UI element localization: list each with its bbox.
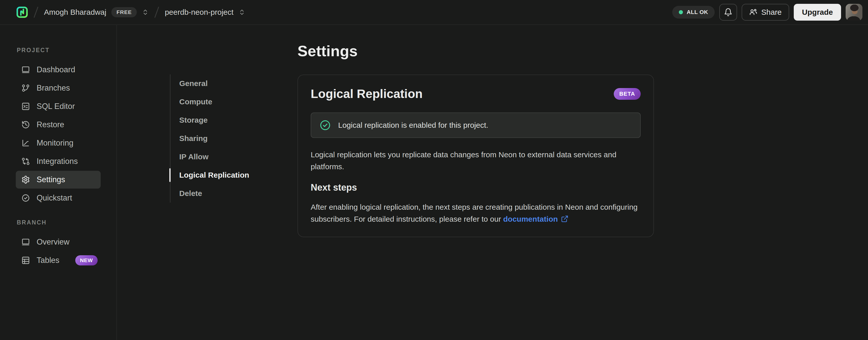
org-plan-badge: FREE [111, 7, 137, 17]
check-circle-icon [320, 120, 331, 131]
chevrons-up-down-icon [142, 8, 149, 16]
topbar-actions: ALL OK Share Upgrade [672, 4, 862, 21]
settings-nav-storage[interactable]: Storage [170, 111, 249, 129]
org-name: Amogh Bharadwaj [44, 8, 106, 17]
gear-icon [21, 175, 30, 184]
settings-nav-ip-allow[interactable]: IP Allow [170, 148, 249, 166]
documentation-link[interactable]: documentation [503, 215, 558, 223]
settings-nav-delete[interactable]: Delete [170, 184, 249, 203]
status-label: ALL OK [687, 9, 708, 16]
sidebar-item-branches[interactable]: Branches [16, 79, 101, 97]
org-selector[interactable]: Amogh Bharadwaj FREE [44, 7, 149, 17]
sidebar-item-monitoring[interactable]: Monitoring [16, 134, 101, 152]
sidebar-item-dashboard[interactable]: Dashboard [16, 61, 101, 79]
git-branch-icon [21, 84, 30, 92]
status-dot-icon [679, 10, 683, 14]
sidebar-item-tables[interactable]: Tables NEW [16, 251, 101, 269]
system-status-pill[interactable]: ALL OK [672, 6, 715, 19]
topbar: Amogh Bharadwaj FREE peerdb-neon-project… [0, 0, 868, 25]
settings-nav-compute[interactable]: Compute [170, 93, 249, 111]
terminal-icon [21, 102, 30, 111]
share-button[interactable]: Share [742, 4, 789, 21]
settings-subnav: General Compute Storage Sharing IP Allow… [170, 74, 249, 203]
window-icon [21, 238, 30, 246]
sidebar-section-branch-wrap: BRANCH Overview Tables NEW [0, 219, 117, 269]
sidebar-item-quickstart[interactable]: Quickstart [16, 189, 101, 207]
notifications-button[interactable] [719, 4, 737, 21]
sidebar-section-branch: BRANCH [17, 219, 117, 226]
chart-curve-icon [21, 139, 30, 147]
settings-nav-sharing[interactable]: Sharing [170, 129, 249, 148]
breadcrumb: Amogh Bharadwaj FREE peerdb-neon-project [16, 6, 245, 18]
external-link-icon [561, 215, 568, 223]
new-badge: NEW [75, 255, 98, 265]
page-title: Settings [298, 42, 654, 60]
users-icon [749, 8, 757, 16]
git-compare-icon [21, 157, 30, 166]
sidebar-item-integrations[interactable]: Integrations [16, 152, 101, 170]
sidebar-item-sql-editor[interactable]: SQL Editor [16, 97, 101, 115]
share-label: Share [761, 8, 781, 17]
sidebar-item-restore[interactable]: Restore [16, 116, 101, 134]
description-text: Logical replication lets you replicate d… [311, 149, 641, 173]
settings-nav-general[interactable]: General [170, 74, 249, 93]
card-title: Logical Replication [311, 87, 423, 101]
sidebar: PROJECT Dashboard Branches SQL Editor [0, 25, 117, 340]
dashboard-icon [21, 65, 30, 74]
project-name: peerdb-neon-project [165, 8, 234, 17]
bell-icon [724, 8, 733, 17]
neon-console: Amogh Bharadwaj FREE peerdb-neon-project… [0, 0, 868, 340]
breadcrumb-divider [154, 7, 159, 18]
check-circle-icon [21, 194, 30, 202]
history-clock-icon [21, 120, 30, 129]
project-nav-list: Dashboard Branches SQL Editor Restore [0, 61, 117, 207]
branch-nav-list: Overview Tables NEW [0, 233, 117, 269]
neon-logo-icon[interactable] [16, 6, 28, 18]
user-avatar[interactable] [846, 4, 862, 21]
card-header: Logical Replication BETA [311, 87, 641, 101]
success-banner: Logical replication is enabled for this … [311, 112, 641, 138]
upgrade-button[interactable]: Upgrade [794, 4, 841, 21]
main-content: Settings Logical Replication BETA Logica… [298, 25, 654, 237]
settings-nav-logical-replication[interactable]: Logical Replication [170, 166, 249, 184]
sidebar-section-project: PROJECT [17, 47, 117, 54]
table-icon [21, 256, 30, 265]
beta-badge: BETA [614, 88, 641, 100]
banner-text: Logical replication is enabled for this … [338, 121, 488, 130]
project-selector[interactable]: peerdb-neon-project [165, 8, 245, 17]
chevrons-up-down-icon [239, 8, 245, 16]
next-steps-text: After enabling logical replication, the … [311, 201, 641, 225]
breadcrumb-divider [34, 7, 38, 18]
next-steps-title: Next steps [311, 182, 641, 193]
logical-replication-card: Logical Replication BETA Logical replica… [298, 75, 654, 237]
sidebar-item-overview[interactable]: Overview [16, 233, 101, 251]
sidebar-item-settings[interactable]: Settings [16, 171, 101, 189]
